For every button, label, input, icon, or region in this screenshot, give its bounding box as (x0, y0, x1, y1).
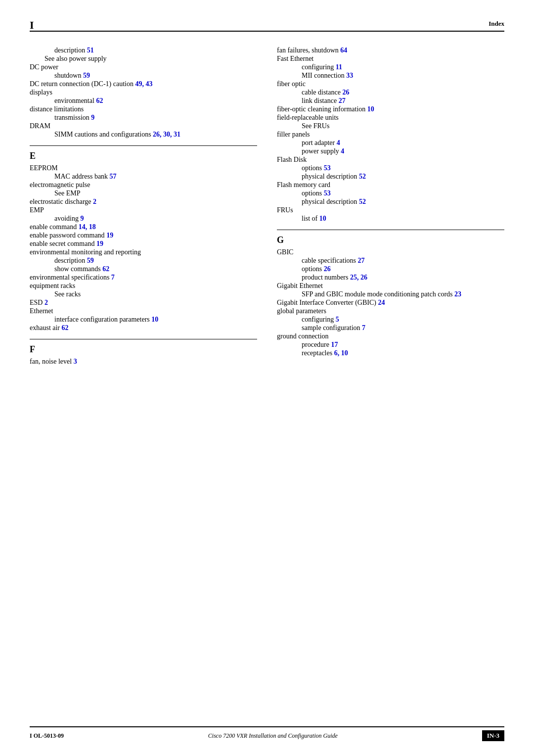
entry-link[interactable]: 25, 26 (350, 274, 367, 281)
index-entry: FRUs (277, 206, 504, 214)
entry-link[interactable]: 26 (342, 89, 349, 96)
entry-link[interactable]: 57 (110, 173, 117, 180)
entry-link[interactable]: 4 (337, 139, 340, 146)
index-entry: fan failures, shutdown 64 (277, 47, 504, 54)
index-entry: list of 10 (277, 215, 504, 223)
main-content: description 51See also power supplyDC po… (30, 47, 504, 366)
entry-link[interactable]: 9 (91, 114, 94, 121)
entry-link[interactable]: 51 (87, 47, 94, 54)
index-entry: See FRUs (277, 122, 504, 130)
entry-link[interactable]: 4 (341, 147, 344, 155)
index-entry: Gigabit Ethernet (277, 282, 504, 290)
index-entry: Ethernet (30, 307, 257, 315)
index-entry: environmental 62 (30, 97, 257, 105)
index-entry: enable command 14, 18 (30, 223, 257, 231)
entry-link[interactable]: 27 (358, 257, 365, 264)
entry-link[interactable]: 49, 43 (135, 80, 152, 88)
entry-link[interactable]: 14, 18 (79, 223, 96, 231)
index-entry: options 53 (277, 164, 504, 172)
index-entry: See also power supply (30, 55, 257, 63)
entry-link[interactable]: 26, 30, 31 (153, 131, 180, 138)
entry-link[interactable]: 53 (324, 189, 331, 197)
entry-link[interactable]: 64 (340, 47, 347, 54)
index-entry: GBIC (277, 248, 504, 256)
index-entry: cable specifications 27 (277, 257, 504, 265)
entry-link[interactable]: 52 (359, 198, 366, 205)
entry-text: environmental specifications (30, 274, 111, 281)
entry-link[interactable]: 5 (336, 316, 339, 323)
entry-link[interactable]: 10 (319, 215, 326, 222)
header-bar: I Index (30, 20, 504, 32)
section-letter: F (30, 344, 257, 355)
entry-text: cable distance (302, 89, 342, 96)
left-column: description 51See also power supplyDC po… (30, 47, 257, 366)
index-entry: DC return connection (DC-1) caution 49, … (30, 80, 257, 88)
entry-text: MII connection (302, 72, 346, 79)
entry-link[interactable]: 7 (111, 274, 115, 281)
index-entry: options 53 (277, 189, 504, 197)
index-entry: electrostatic discharge 2 (30, 198, 257, 206)
entry-link[interactable]: 26 (324, 265, 331, 273)
entry-link[interactable]: 2 (44, 299, 48, 306)
entry-text: product numbers (302, 274, 350, 281)
entry-link[interactable]: 24 (378, 299, 385, 306)
entry-text: description (54, 47, 87, 54)
entry-link[interactable]: 23 (454, 290, 461, 298)
entry-text: cable specifications (302, 257, 358, 264)
entry-text: environmental (54, 97, 96, 104)
entry-link[interactable]: 17 (331, 341, 338, 348)
index-entry: ground connection (277, 332, 504, 340)
entry-link[interactable]: 27 (339, 97, 346, 104)
entry-text: options (302, 164, 324, 172)
index-entry: receptacles 6, 10 (277, 349, 504, 357)
index-entry: exhaust air 62 (30, 324, 257, 332)
entry-text: enable command (30, 223, 79, 231)
index-entry: filler panels (277, 131, 504, 139)
entry-link[interactable]: 10 (151, 316, 158, 323)
entry-text: exhaust air (30, 324, 62, 331)
index-entry: product numbers 25, 26 (277, 274, 504, 282)
entry-link[interactable]: 7 (362, 324, 365, 331)
index-entry: cable distance 26 (277, 89, 504, 96)
index-entry: configuring 5 (277, 316, 504, 324)
index-entry: fiber-optic cleaning information 10 (277, 105, 504, 113)
entry-link[interactable]: 33 (346, 72, 353, 79)
entry-link[interactable]: 62 (96, 97, 103, 104)
index-entry: enable password command 19 (30, 232, 257, 239)
right-column: fan failures, shutdown 64Fast Ethernetco… (277, 47, 504, 366)
entry-link[interactable]: 53 (324, 164, 331, 172)
entry-text: enable secret command (30, 240, 96, 247)
entry-link[interactable]: 19 (106, 232, 113, 239)
entry-text: show commands (54, 265, 102, 273)
entry-link[interactable]: 9 (81, 215, 84, 222)
index-entry: description 59 (30, 257, 257, 265)
entry-link[interactable]: 3 (74, 358, 77, 365)
index-entry: displays (30, 89, 257, 96)
entry-text: power supply (302, 147, 341, 155)
entry-link[interactable]: 10 (367, 105, 374, 113)
index-entry: Flash memory card (277, 181, 504, 189)
index-entry: EEPROM (30, 164, 257, 172)
index-entry: fiber optic (277, 80, 504, 88)
entry-link[interactable]: 62 (102, 265, 109, 273)
index-entry: show commands 62 (30, 265, 257, 273)
index-entry: configuring 11 (277, 63, 504, 71)
index-entry: equipment racks (30, 282, 257, 290)
entry-link[interactable]: 59 (83, 72, 90, 79)
footer-left: I OL-5013-09 (30, 732, 64, 740)
entry-link[interactable]: 11 (336, 63, 342, 71)
index-entry: MII connection 33 (277, 72, 504, 80)
entry-link[interactable]: 19 (96, 240, 103, 247)
entry-link[interactable]: 52 (359, 173, 366, 180)
entry-text: Gigabit Interface Converter (GBIC) (277, 299, 378, 306)
entry-link[interactable]: 59 (87, 257, 94, 264)
entry-text: physical description (302, 198, 359, 205)
entry-link[interactable]: 6, 10 (334, 349, 348, 357)
section-divider (277, 230, 504, 230)
entry-link[interactable]: 2 (93, 198, 96, 205)
entry-link[interactable]: 62 (62, 324, 69, 331)
entry-text: procedure (302, 341, 331, 348)
index-entry: environmental monitoring and reporting (30, 248, 257, 256)
index-entry: distance limitations (30, 105, 257, 113)
index-entry: electromagnetic pulse (30, 181, 257, 189)
